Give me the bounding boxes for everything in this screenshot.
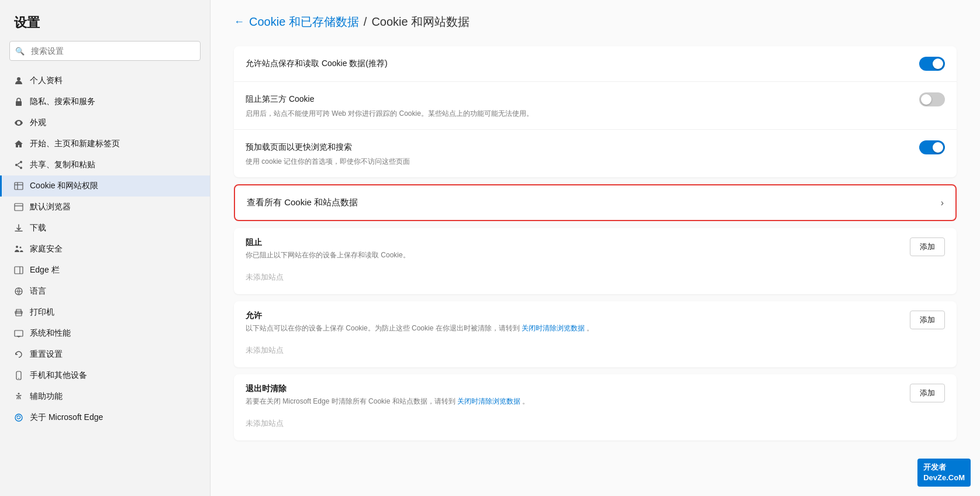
- browser-icon: [13, 202, 24, 212]
- sidebar-item-label-reset: 重置设置: [30, 349, 196, 360]
- sidebar-item-about[interactable]: 关于 Microsoft Edge: [0, 407, 210, 428]
- allow-cookies-row: 允许站点保存和读取 Cookie 数据(推荐): [234, 46, 957, 82]
- svg-rect-1: [16, 101, 22, 106]
- sidebar-item-browser[interactable]: 默认浏览器: [0, 197, 210, 218]
- sidebar-item-label-sharing: 共享、复制和粘贴: [30, 160, 196, 170]
- search-input[interactable]: [9, 41, 201, 61]
- breadcrumb-link[interactable]: Cookie 和已存储数据: [249, 14, 359, 30]
- sidebar-item-appearance[interactable]: 外观: [0, 112, 210, 133]
- svg-rect-8: [15, 204, 23, 211]
- sidebar-item-label-downloads: 下载: [30, 223, 196, 233]
- preload-desc: 使用 cookie 记住你的首选项，即使你不访问这些页面: [246, 157, 410, 167]
- sidebar-item-label-printer: 打印机: [30, 307, 196, 318]
- edgebar-icon: [13, 265, 24, 275]
- sidebar: 设置 🔍 个人资料 隐私、搜索和服务 外观 开始、主页和新建标签页 共享、复制和…: [0, 0, 211, 496]
- accessibility-icon: [13, 391, 24, 402]
- clear-title-wrap: 退出时清除 若要在关闭 Microsoft Edge 时清除所有 Cookie …: [246, 384, 910, 407]
- svg-point-3: [15, 164, 18, 166]
- breadcrumb: ← Cookie 和已存储数据 / Cookie 和网站数据: [234, 14, 957, 30]
- sidebar-item-label-privacy: 隐私、搜索和服务: [30, 97, 196, 107]
- block-add-button[interactable]: 添加: [910, 237, 945, 256]
- svg-point-21: [18, 378, 19, 379]
- cookie-icon: [13, 181, 24, 191]
- sidebar-item-downloads[interactable]: 下载: [0, 218, 210, 239]
- allow-cookies-toggle[interactable]: [919, 57, 945, 71]
- back-button[interactable]: ←: [234, 16, 244, 28]
- preload-toggle[interactable]: [919, 140, 945, 154]
- svg-rect-12: [15, 267, 23, 274]
- download-icon: [13, 223, 24, 233]
- sidebar-item-edgebar[interactable]: Edge 栏: [0, 260, 210, 281]
- breadcrumb-current: Cookie 和网站数据: [371, 14, 470, 30]
- allow-section-link[interactable]: 关闭时清除浏览数据: [522, 324, 585, 332]
- sidebar-item-label-cookies: Cookie 和网站权限: [30, 181, 196, 191]
- sidebar-item-label-start: 开始、主页和新建标签页: [30, 139, 196, 149]
- mobile-icon: [13, 370, 24, 381]
- sidebar-item-label-browser: 默认浏览器: [30, 202, 196, 212]
- svg-rect-17: [15, 330, 23, 336]
- sidebar-title: 设置: [0, 14, 210, 41]
- system-icon: [13, 328, 24, 339]
- sidebar-item-label-edgebar: Edge 栏: [30, 265, 196, 275]
- share-icon: [13, 160, 24, 170]
- breadcrumb-separator: /: [364, 15, 367, 29]
- home-icon: [13, 139, 24, 149]
- block-section-card: 阻止 你已阻止以下网站在你的设备上保存和读取 Cookie。 添加 未添加站点: [234, 228, 957, 294]
- sidebar-item-label-about: 关于 Microsoft Edge: [30, 412, 196, 423]
- sidebar-item-cookies[interactable]: Cookie 和网站权限: [0, 175, 210, 197]
- svg-point-11: [20, 247, 22, 249]
- person-icon: [13, 75, 24, 86]
- family-icon: [13, 244, 24, 254]
- clear-section-desc: 若要在关闭 Microsoft Edge 时清除所有 Cookie 和站点数据，…: [246, 397, 910, 407]
- svg-rect-15: [16, 312, 22, 316]
- sidebar-item-reset[interactable]: 重置设置: [0, 344, 210, 365]
- preload-row: 预加载页面以更快浏览和搜索 使用 cookie 记住你的首选项，即使你不访问这些…: [234, 130, 957, 177]
- printer-icon: [13, 307, 24, 318]
- allow-add-button[interactable]: 添加: [910, 311, 945, 329]
- sidebar-item-label-accessibility: 辅助功能: [30, 391, 196, 402]
- edge-icon: [13, 412, 24, 423]
- sidebar-item-label-family: 家庭安全: [30, 244, 196, 254]
- view-all-cookies-row[interactable]: 查看所有 Cookie 和站点数据 ›: [234, 184, 957, 221]
- clear-add-button[interactable]: 添加: [910, 384, 945, 402]
- sidebar-item-family[interactable]: 家庭安全: [0, 239, 210, 260]
- view-all-cookies-label: 查看所有 Cookie 和站点数据: [247, 197, 941, 208]
- watermark: 开发者DevZe.CoM: [917, 459, 971, 487]
- sidebar-item-language[interactable]: 语言: [0, 281, 210, 302]
- sidebar-item-printer[interactable]: 打印机: [0, 302, 210, 323]
- lock-icon: [13, 97, 24, 107]
- preload-label: 预加载页面以更快浏览和搜索: [246, 142, 919, 153]
- sidebar-item-label-language: 语言: [30, 286, 196, 297]
- sidebar-item-privacy[interactable]: 隐私、搜索和服务: [0, 91, 210, 112]
- svg-point-22: [18, 393, 20, 395]
- clear-on-exit-card: 退出时清除 若要在关闭 Microsoft Edge 时清除所有 Cookie …: [234, 374, 957, 440]
- allow-title-wrap: 允许 以下站点可以在你的设备上保存 Cookie。为防止这些 Cookie 在你…: [246, 311, 910, 333]
- sidebar-item-mobile[interactable]: 手机和其他设备: [0, 365, 210, 386]
- block-third-party-label: 阻止第三方 Cookie: [246, 94, 919, 105]
- allow-section-card: 允许 以下站点可以在你的设备上保存 Cookie。为防止这些 Cookie 在你…: [234, 301, 957, 367]
- sidebar-item-profile[interactable]: 个人资料: [0, 70, 210, 91]
- sidebar-item-label-profile: 个人资料: [30, 75, 196, 86]
- block-third-party-desc: 启用后，站点不能使用可跨 Web 对你进行跟踪的 Cookie。某些站点上的功能…: [246, 109, 533, 119]
- sidebar-item-label-appearance: 外观: [30, 118, 196, 128]
- block-section-desc: 你已阻止以下网站在你的设备上保存和读取 Cookie。: [246, 250, 910, 260]
- allow-cookies-label: 允许站点保存和读取 Cookie 数据(推荐): [246, 58, 919, 69]
- block-empty-list: 未添加站点: [246, 265, 945, 285]
- allow-section-desc: 以下站点可以在你的设备上保存 Cookie。为防止这些 Cookie 在你退出时…: [246, 323, 910, 333]
- search-box[interactable]: 🔍: [9, 41, 201, 61]
- sidebar-item-start[interactable]: 开始、主页和新建标签页: [0, 133, 210, 154]
- allow-cookies-card: 允许站点保存和读取 Cookie 数据(推荐) 阻止第三方 Cookie 启用后…: [234, 46, 957, 177]
- sidebar-item-sharing[interactable]: 共享、复制和粘贴: [0, 154, 210, 175]
- allow-section-title: 允许: [246, 311, 910, 321]
- svg-point-10: [16, 246, 18, 248]
- sidebar-item-system[interactable]: 系统和性能: [0, 323, 210, 344]
- clear-section-title: 退出时清除: [246, 384, 910, 394]
- svg-point-4: [20, 167, 22, 169]
- block-title-wrap: 阻止 你已阻止以下网站在你的设备上保存和读取 Cookie。: [246, 237, 910, 260]
- block-third-party-row: 阻止第三方 Cookie 启用后，站点不能使用可跨 Web 对你进行跟踪的 Co…: [234, 82, 957, 130]
- chevron-right-icon: ›: [941, 198, 944, 208]
- clear-section-link[interactable]: 关闭时清除浏览数据: [457, 397, 520, 405]
- sidebar-item-label-system: 系统和性能: [30, 328, 196, 339]
- sidebar-item-accessibility[interactable]: 辅助功能: [0, 386, 210, 407]
- block-third-party-toggle[interactable]: [919, 92, 945, 106]
